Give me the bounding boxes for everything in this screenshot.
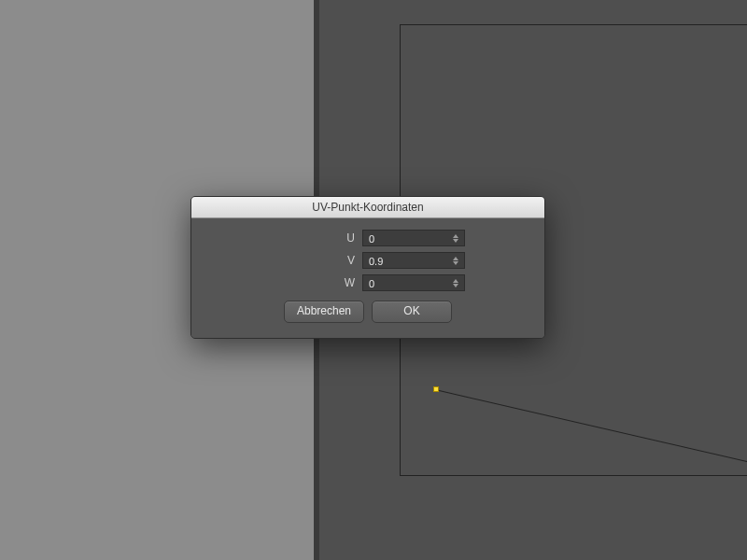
row-w: W 0 <box>210 274 526 291</box>
uv-point-coordinates-dialog: UV-Punkt-Koordinaten U 0 V 0.9 <box>190 196 545 339</box>
label-v: V <box>271 254 362 267</box>
dialog-body: U 0 V 0.9 W 0 <box>191 218 544 338</box>
row-v: V 0.9 <box>210 252 526 269</box>
label-u: U <box>271 231 362 245</box>
input-u-value: 0 <box>369 233 374 245</box>
row-u: U 0 <box>210 230 526 246</box>
spinner-u[interactable] <box>453 231 462 245</box>
input-u[interactable]: 0 <box>362 230 465 246</box>
chevron-up-icon[interactable] <box>453 279 458 283</box>
dialog-button-row: Abbrechen OK <box>210 301 526 323</box>
chevron-down-icon[interactable] <box>453 261 458 265</box>
cancel-button[interactable]: Abbrechen <box>284 301 364 323</box>
ok-button[interactable]: OK <box>372 301 452 323</box>
spinner-w[interactable] <box>453 275 462 290</box>
input-v[interactable]: 0.9 <box>362 252 465 269</box>
input-v-value: 0.9 <box>369 256 383 267</box>
selected-uv-point[interactable] <box>433 386 439 392</box>
input-w[interactable]: 0 <box>362 274 465 291</box>
chevron-up-icon[interactable] <box>453 257 458 260</box>
label-w: W <box>271 276 362 289</box>
chevron-up-icon[interactable] <box>453 234 458 238</box>
dialog-title: UV-Punkt-Koordinaten <box>191 197 544 218</box>
chevron-down-icon[interactable] <box>453 284 458 287</box>
input-w-value: 0 <box>369 278 374 289</box>
spinner-v[interactable] <box>453 253 462 268</box>
chevron-down-icon[interactable] <box>453 239 458 243</box>
